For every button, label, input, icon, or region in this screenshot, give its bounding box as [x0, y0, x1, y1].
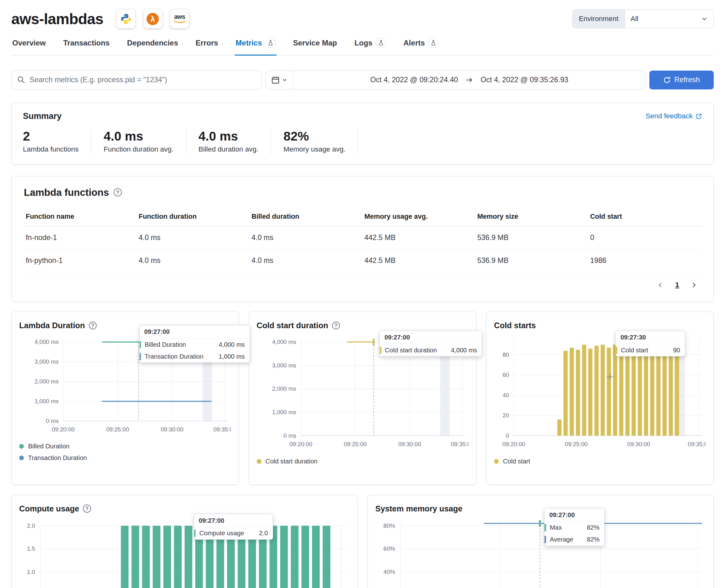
lambda-functions-panel: Lambda functions ? Function name Functio…: [11, 176, 714, 302]
tab-overview[interactable]: Overview: [11, 35, 47, 55]
svg-text:1.5: 1.5: [27, 545, 35, 552]
tab-errors[interactable]: Errors: [194, 35, 219, 55]
prev-page-button[interactable]: [653, 278, 667, 292]
chart-title: Cold start duration: [257, 321, 328, 330]
system-memory-panel: System memory usage 80%60%40%20%0%09:20:…: [368, 495, 714, 588]
system-memory-chart[interactable]: 80%60%40%20%0%09:20:0009:25:0009:30:0009…: [375, 518, 706, 588]
svg-text:40%: 40%: [383, 568, 395, 575]
svg-text:4,000 ms: 4,000 ms: [35, 339, 59, 345]
arrow-right-icon: [465, 76, 473, 84]
beta-flask-icon: [428, 38, 438, 48]
calendar-button[interactable]: [266, 71, 293, 89]
tab-bar: Overview Transactions Dependencies Error…: [11, 35, 714, 56]
legend-item[interactable]: Billed Duration: [19, 443, 231, 450]
help-icon[interactable]: ?: [83, 505, 91, 513]
col-memory-size: Memory size: [476, 207, 588, 227]
chart-title: Cold starts: [494, 321, 536, 330]
svg-text:0 ms: 0 ms: [284, 433, 296, 439]
svg-text:09:35:00: 09:35:00: [213, 426, 231, 433]
svg-text:3,000 ms: 3,000 ms: [35, 358, 59, 365]
calendar-icon: [271, 76, 279, 84]
svg-text:80%: 80%: [383, 522, 395, 529]
compute-usage-chart[interactable]: 2.01.51.00.5009:20:0009:25:0009:30:0009:…: [19, 518, 350, 588]
chevron-down-icon: [701, 16, 708, 22]
charts-row: Lambda Duration ? 4,000 ms3,000 ms2,000 …: [11, 312, 714, 485]
svg-text:09:25:00: 09:25:00: [106, 426, 129, 433]
svg-text:09:20:00: 09:20:00: [289, 441, 312, 447]
legend-item[interactable]: Cold start: [494, 458, 706, 465]
col-memory-usage: Memory usage avg.: [362, 207, 476, 227]
svg-text:09:20:00: 09:20:00: [502, 441, 525, 447]
legend-item[interactable]: Cold start duration: [257, 458, 469, 465]
help-icon[interactable]: ?: [332, 322, 340, 330]
col-function-duration: Function duration: [137, 207, 250, 227]
svg-text:09:20:00: 09:20:00: [52, 426, 75, 433]
metrics-toolbar: Oct 4, 2022 @ 09:20:24.40 Oct 4, 2022 @ …: [11, 70, 714, 89]
end-date[interactable]: Oct 4, 2022 @ 09:35:26.93: [480, 74, 569, 86]
cell-billed-duration: 4.0 ms: [249, 249, 362, 272]
function-link[interactable]: fn-python-1: [24, 249, 137, 272]
environment-label: Environment: [573, 10, 625, 28]
pagination-page-1[interactable]: 1: [670, 278, 684, 292]
send-feedback-link[interactable]: Send feedback: [646, 112, 702, 120]
chevron-down-icon: [282, 77, 288, 83]
svg-text:09:25:00: 09:25:00: [565, 441, 588, 447]
svg-text:0: 0: [506, 433, 509, 439]
tab-alerts[interactable]: Alerts: [403, 35, 440, 55]
lambda-duration-panel: Lambda Duration ? 4,000 ms3,000 ms2,000 …: [11, 312, 239, 485]
tab-transactions[interactable]: Transactions: [62, 35, 110, 55]
cold-starts-panel: Cold starts 80604020009:20:0009:25:0009:…: [486, 312, 714, 485]
apm-service-metrics-page: aws-lambdas λ aws Environment All: [0, 0, 725, 588]
chart-title: Compute usage: [19, 504, 79, 513]
start-date[interactable]: Oct 4, 2022 @ 09:20:24.40: [369, 74, 459, 86]
svg-text:2,000 ms: 2,000 ms: [272, 385, 296, 392]
svg-text:3,000 ms: 3,000 ms: [272, 362, 296, 369]
series-marker: [140, 341, 141, 348]
chart-tooltip: 09:27:00 Cold start duration4,000 ms: [379, 331, 482, 356]
environment-value: All: [630, 15, 638, 23]
legend-item[interactable]: Transaction Duration: [19, 454, 231, 462]
cell-memory-usage: 442.5 MB: [362, 249, 476, 272]
environment-select[interactable]: All: [625, 10, 713, 28]
chevron-right-icon: [691, 282, 697, 288]
chart-tooltip: 09:27:00 Billed Duration4,000 ms Transac…: [139, 325, 250, 363]
help-icon[interactable]: ?: [89, 322, 97, 330]
stat-function-duration: 4.0 ms Function duration avg.: [91, 129, 186, 153]
tab-dependencies[interactable]: Dependencies: [126, 35, 179, 55]
agent-badges: λ aws: [117, 9, 189, 28]
tab-logs[interactable]: Logs: [353, 35, 387, 55]
external-link-icon: [696, 113, 702, 120]
svg-text:09:35:00: 09:35:00: [451, 441, 468, 447]
date-range-picker: Oct 4, 2022 @ 09:20:24.40 Oct 4, 2022 @ …: [266, 70, 646, 89]
service-title: aws-lambdas: [11, 10, 103, 28]
refresh-button[interactable]: Refresh: [649, 70, 714, 89]
stat-memory-usage: 82% Memory usage avg.: [271, 129, 358, 153]
series-marker: [194, 530, 196, 537]
stat-lambda-functions: 2 Lambda functions: [23, 129, 91, 153]
svg-text:1.0: 1.0: [27, 568, 35, 575]
svg-text:09:35:00: 09:35:00: [688, 441, 706, 447]
cell-function-duration: 4.0 ms: [137, 226, 250, 249]
svg-text:2,000 ms: 2,000 ms: [35, 378, 59, 385]
help-icon[interactable]: ?: [113, 188, 122, 196]
stat-billed-duration: 4.0 ms Billed duration avg.: [186, 129, 271, 153]
svg-text:40: 40: [502, 392, 509, 398]
tab-service-map[interactable]: Service Map: [292, 35, 338, 55]
environment-filter: Environment All: [573, 9, 714, 28]
series-dot: [257, 459, 262, 464]
cell-memory-usage: 442.5 MB: [362, 226, 476, 249]
function-link[interactable]: fn-node-1: [24, 226, 137, 249]
aws-icon: aws: [170, 9, 189, 28]
series-dot: [19, 444, 24, 449]
cell-memory-size: 536.9 MB: [476, 249, 588, 272]
cell-cold-start: 0: [588, 226, 701, 249]
search-icon: [17, 76, 25, 84]
series-dot: [494, 459, 499, 464]
lambda-icon: λ: [143, 9, 162, 28]
svg-text:1,000 ms: 1,000 ms: [272, 409, 296, 416]
tab-metrics[interactable]: Metrics: [235, 35, 277, 55]
next-page-button[interactable]: [687, 278, 701, 292]
chart-title: Lambda Duration: [19, 321, 85, 330]
search-metrics-input[interactable]: [11, 70, 262, 89]
python-icon: [117, 9, 135, 28]
